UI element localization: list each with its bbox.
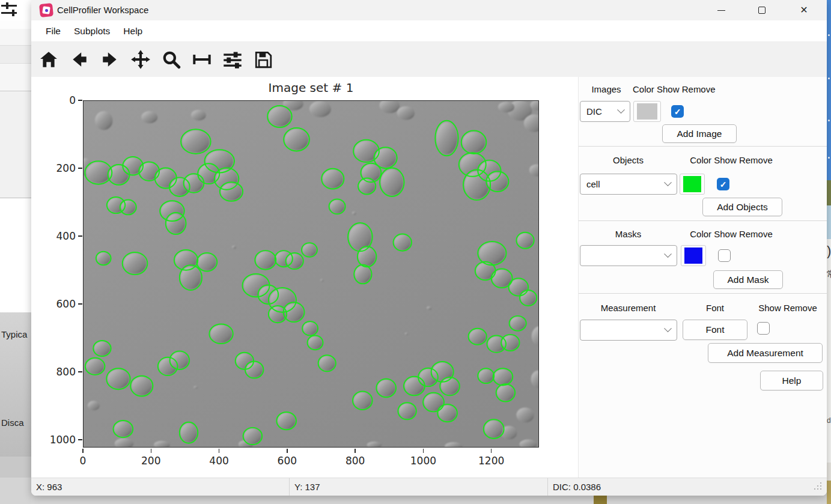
help-button[interactable]: Help [760,371,823,390]
add-measurement-button[interactable]: Add Measurement [708,343,823,363]
menu-help[interactable]: Help [117,23,149,39]
background-window-right: ) 常 de [827,0,831,504]
show-remove-header: Show Remove [752,303,823,313]
menu-file[interactable]: File [39,23,67,39]
x-tick-label: 1200 [473,455,510,467]
objects-show-checkbox[interactable] [717,178,729,190]
y-tick-label: 400 [44,230,76,242]
menu-subplots[interactable]: Subplots [67,23,117,39]
y-tick [78,439,82,440]
cell-blob [358,247,376,266]
cell-blob [246,362,263,378]
cell-blob [210,325,232,343]
cell-blob [510,317,526,330]
cell-blob [319,356,335,371]
microscopy-plot[interactable] [83,100,539,448]
menu-bar: File Subplots Help [31,20,827,42]
chevron-down-icon [664,250,672,258]
x-tick-label: 600 [269,455,305,467]
cell-blob [516,408,534,423]
maximize-icon [758,7,766,14]
back-icon[interactable] [68,48,91,71]
masks-color-swatch [684,247,702,264]
cell-blob [121,201,136,214]
cell-blob [269,106,291,126]
images-dropdown[interactable]: DIC [580,101,630,122]
font-button[interactable]: Font [683,320,747,340]
cell-blob [323,169,343,188]
y-tick-label: 200 [44,162,76,174]
status-y-coordinate: Y: 137 [290,478,548,496]
desktop-object [594,496,607,504]
cell-blob [97,252,111,265]
cell-blob [427,306,431,310]
cell-blob [375,148,396,168]
subplots-config-icon[interactable] [190,48,213,71]
x-tick [287,449,288,453]
zoom-icon[interactable] [160,48,183,71]
cell-blob [464,171,489,199]
microscopy-image[interactable] [84,101,538,447]
images-header: Images [585,84,627,94]
content-area: Image set # 1 [31,77,827,478]
axes-edit-icon[interactable] [221,48,244,71]
cell-blob [399,403,416,419]
title-bar[interactable]: CellProfiler Workspace ✕ [31,0,827,20]
resize-grip[interactable] [814,482,823,491]
cell-blob [232,246,236,249]
maximize-button[interactable] [748,0,776,20]
measurement-header: Measurement [579,303,677,313]
objects-color-button[interactable] [680,174,705,195]
measurement-dropdown[interactable] [580,320,677,341]
objects-dropdown[interactable]: cell [580,174,677,195]
masks-show-checkbox[interactable] [718,249,731,262]
add-objects-button[interactable]: Add Objects [702,198,782,216]
cell-blob [397,106,415,120]
cell-blob [182,130,210,153]
x-tick-label: 400 [201,455,237,467]
y-tick-label: 600 [44,298,76,310]
cell-blob [352,211,356,215]
y-tick [78,371,82,372]
cell-blob [244,428,261,444]
minimize-button[interactable] [707,0,735,20]
save-icon[interactable] [252,48,275,71]
cell-blob [377,380,395,396]
images-color-swatch [637,103,657,120]
y-tick-label: 0 [44,94,76,106]
cell-blob [221,183,242,201]
figure-canvas[interactable]: Image set # 1 [31,77,578,478]
forward-icon[interactable] [99,48,121,71]
close-button[interactable]: ✕ [790,0,818,20]
masks-color-button[interactable] [681,245,706,266]
cell-blob [330,199,345,213]
cell-blob [302,243,317,257]
status-bar: X: 963 Y: 137 DIC: 0.0386 [31,478,827,496]
cell-blob [108,369,129,389]
home-icon[interactable] [37,48,60,71]
images-color-button[interactable] [633,101,661,122]
add-mask-button[interactable]: Add Mask [713,270,783,289]
images-show-checkbox[interactable] [671,105,684,118]
font-header: Font [683,303,747,313]
measurement-show-checkbox[interactable] [757,322,770,335]
cell-blob [320,279,324,282]
cellprofiler-logo-icon [39,3,53,17]
cell-blob [394,235,411,250]
x-tick [491,449,492,453]
add-image-button[interactable]: Add Image [662,124,737,143]
background-slider-icon [1,5,17,7]
cell-blob [439,405,457,421]
pan-icon[interactable] [129,48,152,71]
masks-dropdown[interactable] [580,245,677,266]
y-tick [78,168,82,169]
cell-blob [198,254,216,270]
images-color-show-remove-header: Color Show Remove [633,84,716,94]
cell-blob [462,132,485,153]
cell-blob [193,386,198,389]
x-tick-label: 800 [337,455,373,467]
cell-blob [287,254,303,269]
cell-blob [141,111,157,123]
cell-blob [95,111,112,130]
close-icon: ✕ [800,5,808,15]
